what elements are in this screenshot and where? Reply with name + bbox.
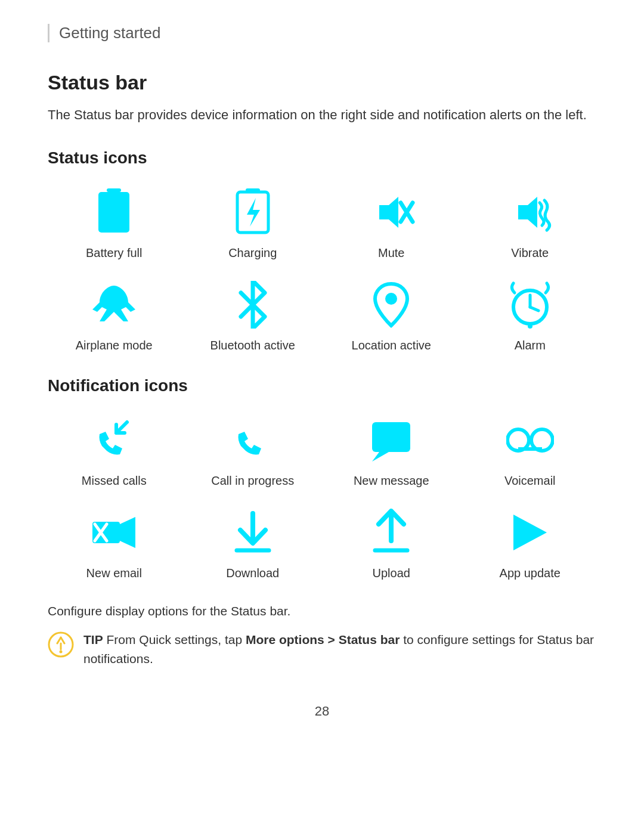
vibrate-label: Vibrate: [511, 246, 549, 260]
section-description: The Status bar provides device informati…: [48, 105, 596, 125]
list-item: Battery full: [48, 185, 181, 260]
download-label: Download: [226, 566, 279, 580]
location-label: Location active: [352, 339, 431, 352]
mute-label: Mute: [378, 246, 404, 260]
missed-calls-icon: [87, 413, 141, 467]
bluetooth-icon: [226, 278, 280, 332]
svg-point-33: [60, 651, 63, 654]
list-item: Download: [187, 506, 320, 580]
new-message-label: New message: [354, 474, 429, 488]
call-in-progress-label: Call in progress: [211, 474, 294, 488]
alarm-icon: [503, 278, 557, 332]
svg-marker-28: [513, 515, 547, 550]
svg-rect-19: [518, 447, 542, 451]
svg-marker-8: [518, 197, 537, 228]
svg-marker-5: [379, 197, 398, 228]
svg-point-9: [385, 293, 397, 305]
vibrate-icon: [503, 185, 557, 239]
list-item: Voicemail: [464, 413, 597, 488]
new-email-icon: [87, 506, 141, 559]
app-update-label: App update: [500, 566, 561, 580]
list-item: Location active: [325, 278, 458, 352]
configure-text: Configure display options for the Status…: [48, 604, 596, 618]
battery-full-icon: [87, 185, 141, 239]
svg-line-31: [61, 637, 64, 643]
list-item: Mute: [325, 185, 458, 260]
new-message-icon: [364, 413, 418, 467]
list-item: Vibrate: [464, 185, 597, 260]
battery-full-label: Battery full: [86, 246, 142, 260]
bluetooth-label: Bluetooth active: [210, 339, 295, 352]
list-item: Alarm: [464, 278, 597, 352]
voicemail-label: Voicemail: [504, 474, 556, 488]
svg-rect-15: [372, 422, 410, 452]
svg-marker-4: [247, 198, 260, 227]
tip-icon: [48, 631, 74, 658]
status-icons-heading: Status icons: [48, 148, 596, 168]
call-in-progress-icon: [226, 413, 280, 467]
mute-icon: [364, 185, 418, 239]
tip-box: TIP From Quick settings, tap More option…: [48, 630, 596, 668]
upload-label: Upload: [373, 566, 410, 580]
svg-marker-16: [372, 452, 389, 462]
list-item: New message: [325, 413, 458, 488]
svg-rect-0: [107, 188, 121, 192]
list-item: Airplane mode: [48, 278, 181, 352]
list-item: Call in progress: [187, 413, 320, 488]
upload-icon: [364, 506, 418, 559]
list-item: New email: [48, 506, 181, 580]
breadcrumb: Getting started: [48, 24, 596, 42]
tip-label: TIP: [83, 633, 103, 646]
list-item: Bluetooth active: [187, 278, 320, 352]
location-icon: [364, 278, 418, 332]
charging-icon: [226, 185, 280, 239]
new-email-label: New email: [86, 566, 142, 580]
list-item: Upload: [325, 506, 458, 580]
page-number: 28: [48, 704, 596, 719]
list-item: Missed calls: [48, 413, 181, 488]
airplane-icon: [87, 278, 141, 332]
page-title: Status bar: [48, 71, 596, 94]
missed-calls-label: Missed calls: [82, 474, 147, 488]
airplane-label: Airplane mode: [76, 339, 153, 352]
charging-label: Charging: [228, 246, 277, 260]
list-item: App update: [464, 506, 597, 580]
status-icons-grid: Battery full Charging Mute: [48, 185, 596, 352]
svg-rect-1: [98, 192, 129, 233]
tip-content: From Quick settings, tap: [107, 633, 246, 646]
tip-text: TIP From Quick settings, tap More option…: [83, 630, 596, 668]
download-icon: [226, 506, 280, 559]
svg-line-30: [57, 637, 61, 643]
app-update-icon: [503, 506, 557, 559]
svg-point-13: [528, 324, 532, 329]
list-item: Charging: [187, 185, 320, 260]
notification-icons-heading: Notification icons: [48, 376, 596, 395]
voicemail-icon: [503, 413, 557, 467]
notification-icons-grid: Missed calls Call in progress New messag…: [48, 413, 596, 580]
svg-line-12: [530, 307, 538, 311]
svg-marker-21: [120, 517, 135, 548]
alarm-label: Alarm: [515, 339, 546, 352]
tip-bold: More options > Status bar: [246, 633, 400, 646]
